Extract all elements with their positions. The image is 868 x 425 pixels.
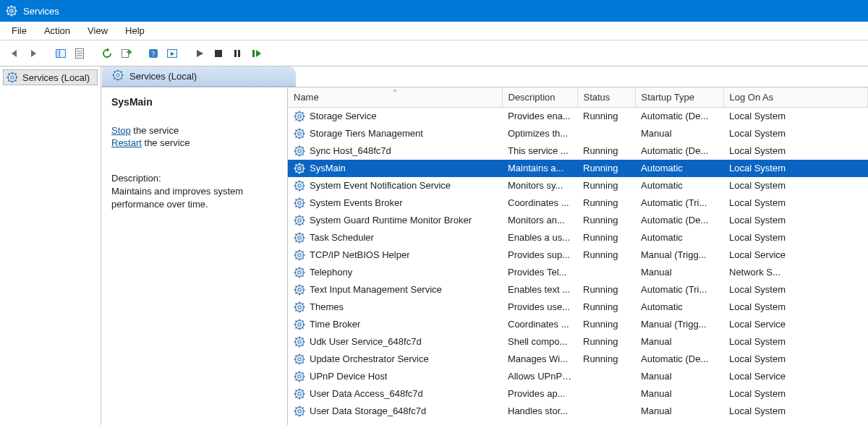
service-logon: Local System	[723, 108, 868, 125]
service-startup-type: Manual	[635, 368, 723, 385]
service-startup-type: Manual (Trigg...	[635, 316, 723, 333]
tree-pane: Services (Local)	[0, 66, 101, 425]
service-description: Provides Tel...	[502, 264, 577, 281]
table-row[interactable]: Sync Host_648fc7dThis service ...Running…	[288, 142, 868, 160]
show-hide-tree-button[interactable]	[52, 45, 69, 62]
service-startup-type: Manual	[635, 385, 723, 403]
selected-service-name: SysMain	[111, 96, 277, 108]
service-name: TCP/IP NetBIOS Helper	[310, 249, 409, 260]
table-row[interactable]: TelephonyProvides Tel...ManualNetwork S.…	[288, 264, 868, 281]
forward-button[interactable]	[25, 45, 42, 62]
service-logon: Local Service	[723, 316, 868, 333]
svg-rect-33	[252, 50, 255, 57]
table-row[interactable]: Update Orchestrator ServiceManages Wi...…	[288, 351, 868, 368]
gear-icon	[294, 197, 305, 209]
gear-icon	[7, 72, 18, 83]
service-startup-type: Manual	[635, 125, 723, 142]
service-description: Shell compo...	[502, 333, 577, 351]
detail-panel: SysMain Stop the service Restart the ser…	[101, 87, 288, 425]
service-logon: Local System	[723, 333, 868, 351]
action-button[interactable]	[163, 45, 181, 62]
service-logon: Local Service	[723, 368, 868, 385]
refresh-button[interactable]	[98, 45, 116, 62]
table-row[interactable]: Task SchedulerEnables a us...RunningAuto…	[288, 229, 868, 246]
table-row[interactable]: Text Input Management ServiceEnables tex…	[288, 281, 868, 299]
service-description: This service ...	[502, 142, 577, 160]
service-startup-type: Automatic (De...	[635, 212, 723, 229]
service-description: Provides sup...	[502, 246, 577, 264]
app-body: Services (Local) Services (Local) SysMai…	[0, 66, 868, 425]
service-logon: Local System	[723, 229, 868, 246]
tree-item-services-local[interactable]: Services (Local)	[3, 69, 98, 85]
table-row[interactable]: User Data Storage_648fc7dHandles stor...…	[288, 403, 868, 420]
table-row[interactable]: System Guard Runtime Monitor BrokerMonit…	[288, 212, 868, 229]
service-status: Running	[577, 299, 635, 316]
gear-icon	[294, 163, 305, 174]
panel-icon	[55, 48, 67, 59]
table-row[interactable]: TCP/IP NetBIOS HelperProvides sup...Runn…	[288, 246, 868, 264]
play-icon	[194, 48, 205, 59]
properties-button[interactable]	[71, 45, 88, 62]
service-name: Udk User Service_648fc7d	[310, 336, 422, 347]
menu-file[interactable]: File	[4, 23, 34, 38]
col-name[interactable]: Name	[288, 87, 502, 108]
menu-help[interactable]: Help	[118, 23, 152, 38]
refresh-icon	[101, 48, 113, 59]
menu-view[interactable]: View	[80, 23, 115, 38]
stop-icon	[213, 48, 224, 59]
service-status: Running	[577, 351, 635, 368]
service-description: Allows UPnP ...	[502, 368, 577, 385]
col-logon[interactable]: Log On As	[723, 87, 868, 108]
menu-action[interactable]: Action	[37, 23, 77, 38]
window-title: Services	[23, 6, 59, 17]
help-button[interactable]: ?	[145, 45, 162, 62]
gear-icon	[294, 111, 305, 122]
export-list-button[interactable]	[117, 45, 135, 62]
toolbar: ?	[0, 40, 868, 66]
stop-service-button[interactable]	[210, 45, 227, 62]
services-tab[interactable]: Services (Local)	[102, 66, 296, 87]
service-status: Running	[577, 108, 635, 125]
col-startup[interactable]: Startup Type	[635, 87, 723, 108]
service-name: Sync Host_648fc7d	[310, 145, 391, 156]
table-row[interactable]: SysMainMaintains a...RunningAutomaticLoc…	[288, 160, 868, 177]
col-status[interactable]: Status	[577, 87, 635, 108]
service-startup-type: Automatic	[635, 299, 723, 316]
gear-icon	[294, 180, 305, 192]
start-service-button[interactable]	[191, 45, 208, 62]
table-row[interactable]: UPnP Device HostAllows UPnP ...ManualLoc…	[288, 368, 868, 385]
pause-service-button[interactable]	[229, 45, 246, 62]
table-row[interactable]: System Events BrokerCoordinates ...Runni…	[288, 194, 868, 212]
service-name: System Event Notification Service	[310, 180, 451, 191]
table-row[interactable]: ThemesProvides use...RunningAutomaticLoc…	[288, 299, 868, 316]
description-header: Description:	[111, 173, 277, 184]
table-row[interactable]: Udk User Service_648fc7dShell compo...Ru…	[288, 333, 868, 351]
gear-icon	[294, 249, 305, 261]
table-row[interactable]: Storage Tiers ManagementOptimizes th...M…	[288, 125, 868, 142]
service-name: Telephony	[310, 267, 352, 278]
service-description: Enables a us...	[502, 229, 577, 246]
service-startup-type: Manual	[635, 403, 723, 420]
service-description: Optimizes th...	[502, 125, 577, 142]
stop-link[interactable]: Stop	[111, 125, 131, 136]
col-description[interactable]: Description	[502, 87, 577, 108]
export-icon	[120, 48, 132, 59]
menu-bar: File Action View Help	[0, 22, 868, 40]
gear-icon	[294, 319, 305, 330]
service-status	[577, 403, 635, 420]
restart-icon	[250, 48, 262, 59]
table-row[interactable]: Time BrokerCoordinates ...RunningManual …	[288, 316, 868, 333]
table-row[interactable]: Storage ServiceProvides ena...RunningAut…	[288, 108, 868, 125]
svg-rect-21	[56, 49, 60, 57]
back-button[interactable]	[6, 45, 23, 62]
properties-icon	[74, 48, 85, 59]
service-description: Monitors an...	[502, 212, 577, 229]
restart-service-button[interactable]	[247, 45, 265, 62]
service-name: User Data Access_648fc7d	[310, 388, 423, 399]
restart-link[interactable]: Restart	[111, 137, 142, 148]
table-row[interactable]: User Data Access_648fc7dProvides ap...Ma…	[288, 385, 868, 403]
service-status	[577, 385, 635, 403]
app-icon	[6, 5, 17, 17]
service-startup-type: Automatic	[635, 160, 723, 177]
table-row[interactable]: System Event Notification ServiceMonitor…	[288, 177, 868, 194]
